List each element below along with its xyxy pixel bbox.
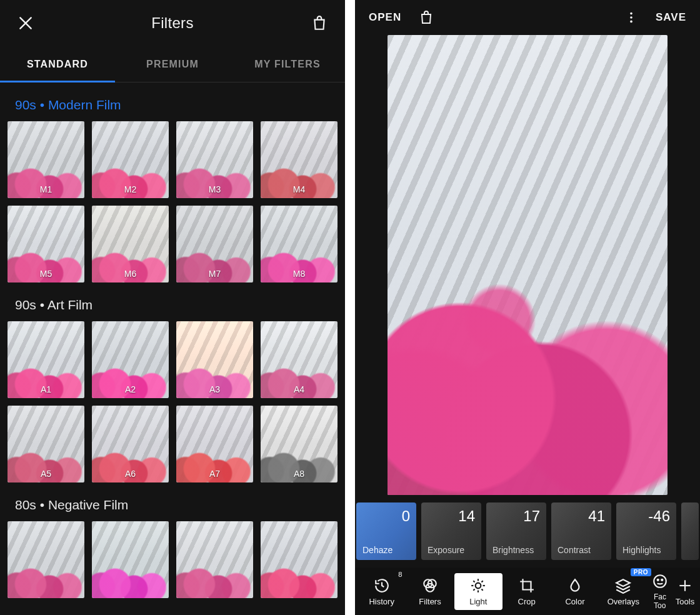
filter-thumb[interactable]: A4 (261, 321, 338, 398)
filter-thumb[interactable]: M7 (176, 206, 253, 282)
pane-gap (345, 0, 355, 615)
filter-thumb[interactable]: M8 (261, 206, 338, 282)
grid-art-film: A1 A2 A3 A4 A5 A6 A7 A8 (8, 321, 338, 482)
svg-line-15 (474, 589, 475, 590)
svg-line-14 (482, 589, 483, 590)
history-count-badge: 8 (398, 571, 402, 578)
filter-thumb[interactable] (176, 521, 253, 598)
tab-standard[interactable]: STANDARD (0, 46, 115, 82)
svg-point-4 (630, 21, 632, 23)
adjust-exposure[interactable]: 14 Exposure (421, 502, 481, 560)
tool-face-partial[interactable]: FacToo (648, 569, 672, 614)
adjust-contrast[interactable]: 41 Contrast (551, 502, 611, 560)
adjust-brightness[interactable]: 17 Brightness (486, 502, 546, 560)
svg-line-13 (474, 581, 475, 582)
filter-thumb[interactable]: A2 (92, 321, 169, 398)
adjust-dehaze[interactable]: 0 Dehaze (356, 502, 416, 560)
close-icon[interactable] (18, 15, 34, 31)
filters-icon (422, 577, 438, 594)
filters-header: Filters (0, 0, 345, 46)
svg-marker-17 (616, 579, 630, 586)
tool-filters[interactable]: Filters (406, 573, 454, 610)
svg-line-16 (482, 581, 483, 582)
adjust-highlights[interactable]: -46 Highlights (616, 502, 676, 560)
section-title-art-film[interactable]: 90s • Art Film (15, 298, 338, 312)
tab-premium[interactable]: PREMIUM (115, 46, 230, 82)
filter-thumb[interactable] (92, 521, 169, 598)
filter-thumb[interactable]: M3 (176, 121, 253, 198)
filter-thumb[interactable]: A3 (176, 321, 253, 398)
open-button[interactable]: OPEN (369, 11, 401, 24)
svg-point-8 (476, 582, 481, 588)
shopping-bag-icon[interactable] (311, 15, 328, 31)
save-button[interactable]: SAVE (656, 11, 686, 24)
tool-overlays[interactable]: PRO Overlays (599, 573, 648, 610)
shopping-bag-icon[interactable] (419, 10, 434, 25)
svg-point-18 (654, 575, 666, 588)
crop-icon (519, 577, 535, 594)
color-icon (567, 577, 583, 594)
section-title-modern-film[interactable]: 90s • Modern Film (15, 98, 338, 112)
filter-thumb[interactable]: M2 (92, 121, 169, 198)
filter-thumb[interactable]: A5 (8, 406, 84, 482)
svg-point-19 (658, 579, 659, 581)
filters-panel: Filters STANDARD PREMIUM MY FILTERS 90s … (0, 0, 345, 615)
tool-history[interactable]: 8 History (358, 573, 406, 610)
tool-light[interactable]: Light (454, 573, 502, 610)
tool-tools[interactable]: Tools (672, 573, 698, 610)
grid-modern-film: M1 M2 M3 M4 M5 M6 M7 M8 (8, 121, 338, 282)
plus-icon (677, 577, 693, 594)
svg-point-20 (661, 579, 662, 581)
filter-thumb[interactable]: A1 (8, 321, 84, 398)
filters-title: Filters (151, 14, 193, 32)
image-preview[interactable] (388, 35, 668, 495)
filter-thumb[interactable]: M4 (261, 121, 338, 198)
filter-thumb[interactable]: A8 (261, 406, 338, 482)
face-icon (652, 572, 668, 590)
editor-header: OPEN SAVE (355, 0, 700, 35)
filter-thumb[interactable]: M1 (8, 121, 84, 198)
history-icon (374, 577, 390, 594)
section-title-negative-film[interactable]: 80s • Negative Film (15, 498, 338, 512)
light-adjust-strip[interactable]: 0 Dehaze 14 Exposure 17 Brightness 41 Co… (355, 495, 700, 560)
filter-thumb[interactable]: A7 (176, 406, 253, 482)
filter-thumb[interactable]: A6 (92, 406, 169, 482)
filter-thumb[interactable]: M5 (8, 206, 84, 282)
filter-thumb[interactable] (8, 521, 84, 598)
tab-myfilters[interactable]: MY FILTERS (230, 46, 345, 82)
adjust-next-partial[interactable] (681, 502, 699, 560)
filter-tabs: STANDARD PREMIUM MY FILTERS (0, 46, 345, 82)
preview-image (388, 35, 668, 495)
svg-point-3 (630, 16, 632, 19)
bottom-toolbar: 8 History Filters (355, 568, 700, 615)
more-vertical-icon[interactable] (624, 11, 638, 24)
editor-panel: OPEN SAVE 0 Dehaze 14 Exposure (355, 0, 700, 615)
svg-point-2 (630, 12, 632, 15)
filter-thumb[interactable]: M6 (92, 206, 169, 282)
filter-thumb[interactable] (261, 521, 338, 598)
light-icon (470, 577, 486, 594)
tool-color[interactable]: Color (551, 573, 599, 610)
tool-crop[interactable]: Crop (502, 573, 551, 610)
overlays-icon (615, 577, 631, 594)
grid-negative-film (8, 521, 338, 598)
filter-scroll[interactable]: 90s • Modern Film M1 M2 M3 M4 M5 M6 M7 M… (0, 82, 345, 615)
